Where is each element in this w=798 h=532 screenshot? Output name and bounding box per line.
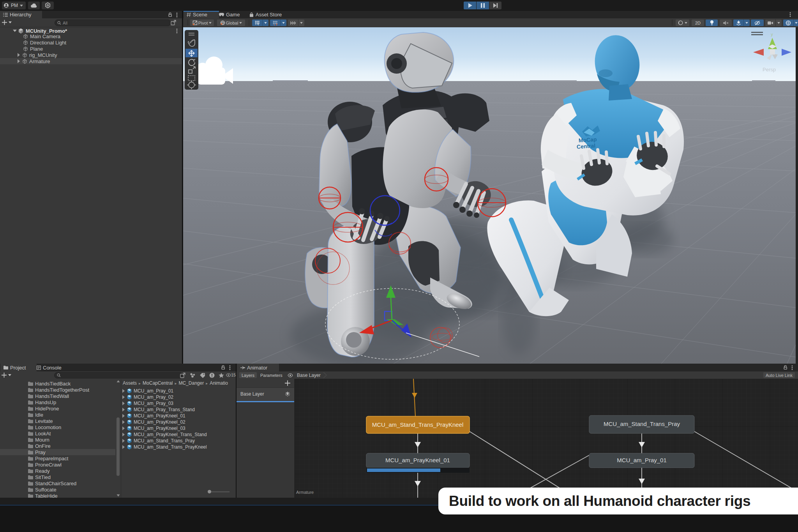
- svg-text:Persp: Persp: [763, 67, 776, 72]
- svg-text:Y: Y: [258, 23, 260, 26]
- svg-text:Armature: Armature: [296, 490, 314, 495]
- svg-text:MCU_am_PrayKneel_01: MCU_am_PrayKneel_01: [385, 457, 450, 463]
- svg-text:MCU_am_Stand_Trans_Pray: MCU_am_Stand_Trans_Pray: [604, 421, 680, 427]
- svg-text:Central: Central: [576, 142, 595, 150]
- svg-text:MCU_am_Stand_Trans_PrayKneel: MCU_am_Stand_Trans_PrayKneel: [372, 421, 464, 428]
- svg-text:y: y: [771, 32, 773, 37]
- svg-text:MCU_am_Pray_01: MCU_am_Pray_01: [617, 457, 667, 463]
